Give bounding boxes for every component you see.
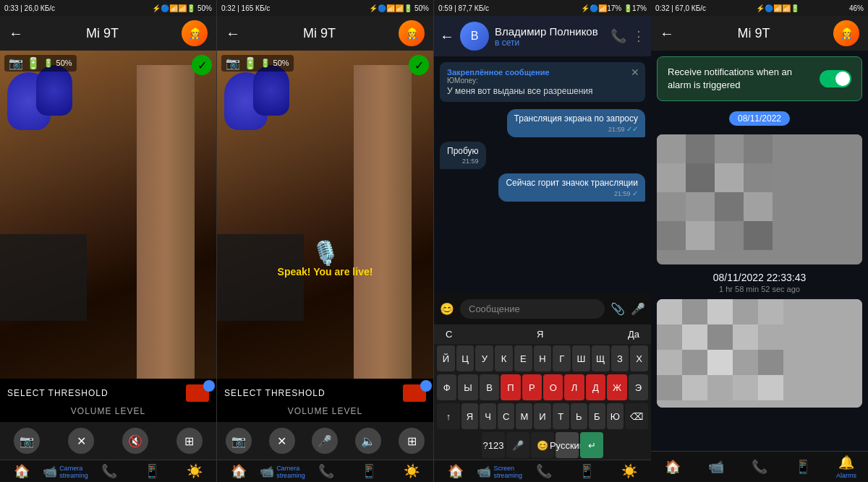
icon-mic-off-1[interactable]: 🔇	[122, 428, 148, 454]
pinned-close-3[interactable]: ✕	[631, 66, 639, 78]
chat-input-3[interactable]: Сообщение	[460, 299, 605, 319]
key-о[interactable]: О	[543, 374, 563, 400]
svg-rect-4	[744, 134, 773, 163]
key-б[interactable]: Б	[589, 403, 605, 429]
checkmarks-1: ✓✓	[626, 125, 638, 133]
key-щ[interactable]: Щ	[592, 345, 610, 371]
tab-home-3[interactable]: 🏠	[434, 460, 477, 482]
key-л[interactable]: Л	[564, 374, 584, 400]
threshold-thumb-1[interactable]	[203, 380, 215, 392]
tab-phone-4[interactable]: 📞	[738, 452, 781, 482]
key-ы[interactable]: Ы	[458, 374, 477, 400]
key-э[interactable]: Э	[629, 374, 648, 400]
key-ф[interactable]: Ф	[437, 374, 456, 400]
tab-camera-streaming-1[interactable]: 📹 Camera streaming	[43, 460, 88, 482]
tab-brightness-1[interactable]: ☀️	[174, 460, 216, 482]
key-backspace[interactable]: ⌫	[625, 403, 648, 429]
key-enter[interactable]: ↵	[580, 432, 603, 458]
camera-streaming-label-2: 📹 Camera streaming	[260, 463, 305, 479]
tab-device-3[interactable]: 📱	[565, 460, 608, 482]
tab-device-1[interactable]: 📱	[131, 460, 174, 482]
key-х[interactable]: Х	[630, 345, 648, 371]
key-п[interactable]: П	[501, 374, 520, 400]
icon-screen-2[interactable]: ⊞	[399, 428, 425, 454]
tab-phone-1[interactable]: 📞	[88, 460, 131, 482]
suggestion-3-3[interactable]: Да	[622, 327, 645, 341]
back-button-3[interactable]: ←	[440, 28, 454, 45]
key-ь[interactable]: Ь	[571, 403, 587, 429]
key-у[interactable]: У	[475, 345, 493, 371]
icon-camera-2[interactable]: 📷	[226, 428, 252, 454]
key-ц[interactable]: Ц	[456, 345, 475, 371]
call-icon-3[interactable]: 📞	[610, 28, 626, 44]
key-д[interactable]: Д	[586, 374, 605, 400]
tab-brightness-2[interactable]: ☀️	[391, 460, 433, 482]
tab-device-icon-3: 📱	[579, 463, 595, 479]
key-м[interactable]: М	[516, 403, 532, 429]
app-title-2: Mi 9T	[240, 26, 399, 41]
chat-contact-info-3: Владимир Полников в сети	[495, 25, 598, 48]
key-к[interactable]: К	[495, 345, 513, 371]
camera-view-1: 📷 🔋 🔋 50% ✓	[0, 51, 216, 379]
key-ю[interactable]: Ю	[607, 403, 624, 429]
key-ч[interactable]: Ч	[480, 403, 496, 429]
back-button-1[interactable]: ←	[9, 25, 23, 42]
key-е[interactable]: Е	[514, 345, 532, 371]
icon-mic-on-2[interactable]: 🔈	[355, 428, 381, 454]
icon-cross-2[interactable]: ✕	[269, 428, 295, 454]
more-icon-3[interactable]: ⋮	[632, 28, 645, 44]
key-numbers[interactable]: ?123	[482, 432, 505, 458]
key-space[interactable]: Русский	[556, 432, 579, 458]
svg-rect-13	[657, 221, 686, 250]
key-и[interactable]: И	[534, 403, 550, 429]
tab-device-4[interactable]: 📱	[781, 452, 825, 482]
icon-camera-1[interactable]: 📷	[14, 428, 40, 454]
icon-mic-2[interactable]: 🎤	[312, 428, 338, 454]
tab-screen-streaming-3[interactable]: 📹 Screen streaming	[477, 460, 522, 482]
key-в[interactable]: В	[480, 374, 499, 400]
alarm-content-4: 08/11/2022	[651, 107, 868, 451]
attach-icon-3[interactable]: 📎	[610, 302, 625, 316]
back-button-2[interactable]: ←	[226, 25, 240, 42]
tab-phone-2[interactable]: 📞	[305, 460, 348, 482]
tab-home-1[interactable]: 🏠	[0, 460, 43, 482]
key-т[interactable]: Т	[553, 403, 569, 429]
tab-device-2[interactable]: 📱	[348, 460, 391, 482]
key-з[interactable]: З	[611, 345, 629, 371]
tab-camera-streaming-2[interactable]: 📹 Camera streaming	[260, 460, 305, 482]
key-р[interactable]: Р	[522, 374, 542, 400]
key-с[interactable]: С	[498, 403, 514, 429]
tab-brightness-icon-1: ☀️	[187, 463, 203, 479]
tab-alarms-4[interactable]: 🔔 Alarms	[825, 452, 868, 482]
door-bg-1	[137, 65, 195, 379]
suggestion-1-3[interactable]: С	[440, 327, 458, 341]
emoji-icon-3[interactable]: 😊	[440, 302, 454, 316]
icon-screen-1[interactable]: ⊞	[176, 428, 203, 454]
alarm-image-2-4[interactable]	[657, 299, 862, 408]
tab-camera-icon-4: 📹	[708, 459, 724, 475]
voice-icon-3[interactable]: 🎤	[631, 302, 645, 316]
key-г[interactable]: Г	[553, 345, 571, 371]
threshold-thumb-2[interactable]	[420, 380, 432, 392]
svg-rect-23	[657, 324, 682, 350]
suggestion-2-3[interactable]: Я	[531, 327, 549, 341]
key-я[interactable]: Я	[461, 403, 478, 429]
key-й[interactable]: Й	[437, 345, 455, 371]
key-ж[interactable]: Ж	[607, 374, 626, 400]
tab-camera-4[interactable]: 📹	[694, 452, 738, 482]
tab-home-2[interactable]: 🏠	[217, 460, 260, 482]
key-shift[interactable]: ↑	[437, 403, 460, 429]
msg-1: Трансляция экрана по запросу 21:59 ✓✓	[507, 109, 645, 137]
tab-brightness-3[interactable]: ☀️	[608, 460, 651, 482]
shelf-2	[217, 234, 304, 321]
alarm-image-1-4[interactable]	[657, 134, 862, 264]
back-button-4[interactable]: ←	[660, 25, 674, 42]
tab-phone-3[interactable]: 📞	[522, 460, 565, 482]
mic-large-icon-2: 🎙️	[311, 239, 340, 267]
key-ш[interactable]: Ш	[572, 345, 590, 371]
key-н[interactable]: Н	[534, 345, 552, 371]
toggle-switch-4[interactable]	[820, 70, 851, 87]
key-mic-kb[interactable]: 🎤	[506, 432, 529, 458]
tab-home-4[interactable]: 🏠	[651, 452, 694, 482]
icon-cross-1[interactable]: ✕	[68, 428, 94, 454]
